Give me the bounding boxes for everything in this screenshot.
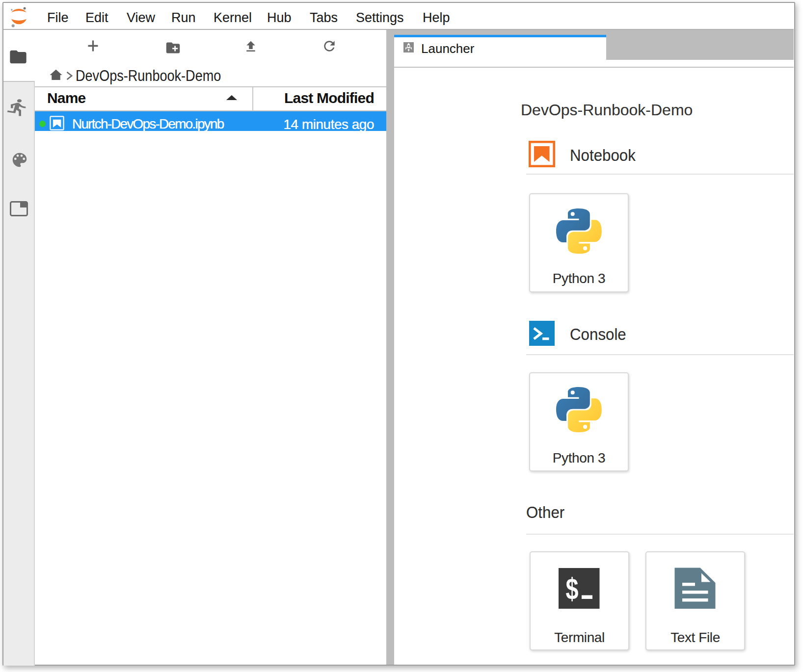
svg-text:$: $ [566, 571, 579, 605]
